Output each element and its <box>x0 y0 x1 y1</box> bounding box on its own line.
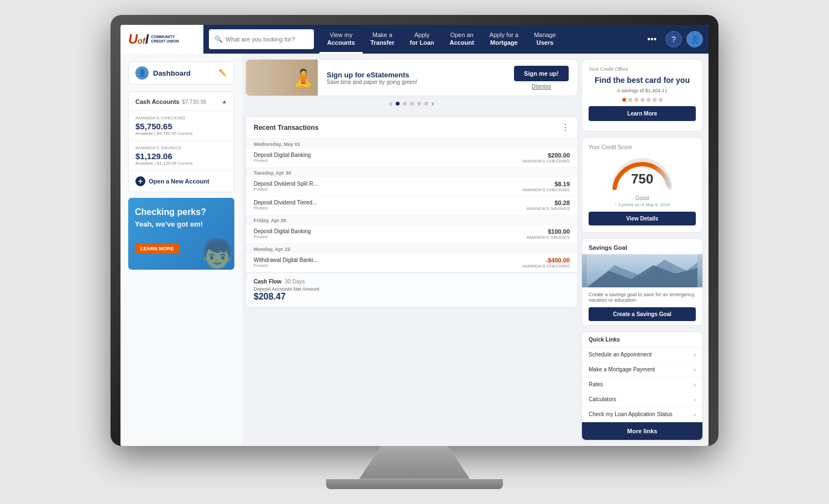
transaction-name: Deposit Digital Banking <box>254 152 522 158</box>
search-area[interactable]: 🔍 <box>209 29 314 49</box>
banner-dot-1[interactable] <box>396 102 400 106</box>
banner-dot-4[interactable] <box>417 102 421 106</box>
banner-image: 🧘 <box>246 60 318 96</box>
edit-icon[interactable]: ✏️ <box>219 69 227 77</box>
offer-dot-3[interactable] <box>634 98 638 102</box>
transaction-info: Deposit Digital Banking Posted <box>254 228 527 239</box>
help-button[interactable]: ? <box>665 31 682 48</box>
banner-dot-3[interactable] <box>410 102 414 106</box>
quick-link-calculators[interactable]: Calculators › <box>582 392 702 407</box>
account-card-checking[interactable]: AMANDA'S CHECKING $5,750.65 Available | … <box>129 111 234 141</box>
savings-goal-body: Create a savings goal to save for an eme… <box>582 287 702 326</box>
account-balance-checking: $5,750.65 <box>135 122 227 131</box>
create-savings-goal-button[interactable]: Create a Savings Goal <box>589 307 696 321</box>
banner-next-arrow[interactable]: › <box>432 99 434 108</box>
learn-more-button[interactable]: Learn More <box>589 106 696 121</box>
transaction-row[interactable]: Deposit Dividend Tiered... Posted $0.28 … <box>246 196 578 215</box>
transaction-info: Deposit Digital Banking Posted <box>254 152 522 163</box>
banner-dot-5[interactable] <box>424 102 428 106</box>
sign-me-up-button[interactable]: Sign me up! <box>514 66 569 81</box>
logo-text: UofI <box>128 32 149 47</box>
nav-item-open-account[interactable]: Open an Account <box>442 25 482 54</box>
savings-goal-header: Savings Goal <box>582 239 702 251</box>
nav-item-loan[interactable]: Apply for Loan <box>402 25 442 54</box>
promo-subtitle: Yeah, we've got em! <box>135 220 228 228</box>
quick-link-rates[interactable]: Rates › <box>582 377 702 392</box>
quick-link-mortgage[interactable]: Make a Mortgage Payment › <box>582 363 702 377</box>
promo-banner: Checking perks? Yeah, we've got em! LEAR… <box>128 198 234 270</box>
monitor-base <box>326 479 503 489</box>
promo-learn-more-button[interactable]: LEARN MORE <box>135 244 180 254</box>
cash-flow-net-label: Deposit Accounts Net Amount <box>254 286 570 292</box>
cash-accounts-title-group: Cash Accounts $7,730.96 <box>135 96 207 106</box>
offer-dot-5[interactable] <box>647 98 650 102</box>
nav-item-accounts[interactable]: View my Accounts <box>319 25 363 54</box>
quick-link-label: Calculators <box>589 396 616 402</box>
account-name-savings: AMANDA'S SAVINGS <box>135 145 227 150</box>
transaction-amount-negative: -$400.00 <box>522 257 570 264</box>
nav-label-line1: View my <box>327 31 355 39</box>
transaction-right: -$400.00 AMANDA'S CHECKING <box>522 257 570 269</box>
nav-item-users[interactable]: Manage Users <box>526 25 564 54</box>
transaction-row[interactable]: Withdrawal Digital Banki... Posted -$400… <box>246 254 578 272</box>
quick-link-label: Make a Mortgage Payment <box>589 366 655 372</box>
quick-link-arrow-icon: › <box>694 381 696 388</box>
nav-item-transfer[interactable]: Make a Transfer <box>363 25 402 54</box>
banner-footer: ‹ › <box>245 96 578 111</box>
transaction-name: Withdrawal Digital Banki... <box>254 257 522 263</box>
more-links-button[interactable]: More links <box>582 422 702 440</box>
dashboard-title: Dashboard <box>153 69 191 77</box>
nav-item-mortgage[interactable]: Apply for a Mortgage <box>482 25 527 54</box>
transaction-right: $100.00 AMANDA'S SAVINGS <box>527 228 570 240</box>
transactions-header: Recent Transactions ⋮ <box>246 117 578 139</box>
transactions-menu-button[interactable]: ⋮ <box>561 122 570 133</box>
transaction-info: Deposit Dividend Tiered... Posted <box>254 200 527 211</box>
center-area: 🧘 Sign up for eStatements Save time and … <box>242 54 581 445</box>
offer-dot-2[interactable] <box>628 98 632 102</box>
offer-dot-4[interactable] <box>641 98 644 102</box>
offer-dot-1[interactable] <box>622 98 626 102</box>
transaction-amount: $200.00 <box>522 152 570 159</box>
transaction-row[interactable]: Deposit Dividend Split R... Posted $8.19… <box>246 177 578 196</box>
user-menu-button[interactable]: 👤 <box>686 31 703 48</box>
offer-dot-7[interactable] <box>659 98 663 102</box>
transaction-row[interactable]: Deposit Digital Banking Posted $200.00 A… <box>246 149 578 167</box>
banner-dot-2[interactable] <box>403 102 407 106</box>
search-input[interactable] <box>225 36 308 43</box>
offer-dot-6[interactable] <box>653 98 657 102</box>
banner-heading: Sign up for eStatements <box>327 71 496 79</box>
find-card-title: Find the best card for you <box>589 75 696 85</box>
chevron-up-icon[interactable]: ▲ <box>222 98 227 104</box>
transaction-date-apr26: Friday, Apr 26 <box>246 215 578 225</box>
top-nav: UofI COMMUNITYCREDIT UNION 🔍 View my Acc… <box>120 25 709 54</box>
credit-offers-card: Your Credit Offers Find the best card fo… <box>581 59 703 131</box>
cash-flow-footer: Cash Flow 30 Days Deposit Accounts Net A… <box>246 272 578 307</box>
quick-link-arrow-icon: › <box>694 366 696 373</box>
credit-score-rating: Good <box>589 195 696 201</box>
quick-links-title: Quick Links <box>582 332 702 348</box>
quick-link-arrow-icon: › <box>694 411 696 418</box>
logo-subtitle: COMMUNITYCREDIT UNION <box>151 35 179 44</box>
transaction-sub: Posted <box>254 234 527 239</box>
quick-link-schedule[interactable]: Schedule an Appointment › <box>582 348 702 363</box>
credit-score-card: Your Credit Score <box>581 137 703 233</box>
account-card-savings[interactable]: AMANDA'S SAVINGS $1,129.06 Available | $… <box>129 141 234 171</box>
nav-more-button[interactable]: ••• <box>643 32 661 46</box>
cash-flow-period: 30 Days <box>285 279 305 285</box>
transactions-card: Recent Transactions ⋮ Wednesday, May 01 … <box>245 116 578 308</box>
cash-flow-label: Cash Flow <box>254 279 281 285</box>
open-new-account-button[interactable]: + Open a New Account <box>129 171 234 192</box>
credit-score-value: 750 <box>631 171 653 187</box>
view-details-button[interactable]: View Details <box>589 212 696 225</box>
savings-goal-description: Create a savings goal to save for an eme… <box>589 292 696 303</box>
transaction-amount: $8.19 <box>522 181 570 187</box>
open-account-label: Open a New Account <box>149 178 209 185</box>
banner-prev-arrow[interactable]: ‹ <box>390 99 392 108</box>
transaction-right: $0.28 AMANDA'S SAVINGS <box>527 200 570 211</box>
transaction-sub: Posted <box>254 158 522 163</box>
cash-accounts-total: $7,730.96 <box>182 99 207 105</box>
dismiss-link[interactable]: Dismiss <box>532 83 551 90</box>
account-available-checking: Available | $5,750.65 Current <box>135 131 227 136</box>
quick-link-loan-status[interactable]: Check my Loan Application Status › <box>582 407 702 422</box>
transaction-row[interactable]: Deposit Digital Banking Posted $100.00 A… <box>246 225 578 244</box>
